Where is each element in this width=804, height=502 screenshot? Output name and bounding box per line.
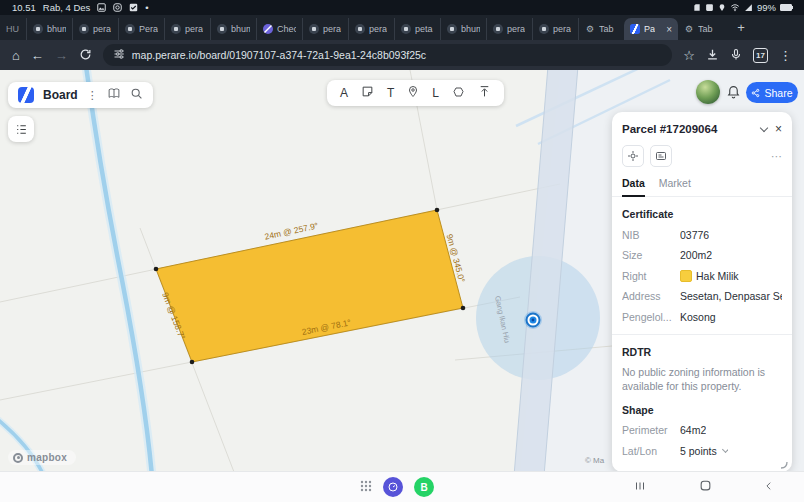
shape-tool-icon[interactable]: [452, 84, 465, 102]
upload-tool-icon[interactable]: [478, 84, 491, 102]
browser-tab[interactable]: bhum: [210, 18, 256, 40]
browser-tab[interactable]: HU: [0, 18, 26, 40]
draw-toolbar: A T L: [327, 80, 504, 106]
browser-tab[interactable]: pera: [532, 18, 578, 40]
clock-app-icon[interactable]: [383, 477, 403, 497]
bookmark-star-icon[interactable]: ☆: [683, 49, 695, 62]
panel-close-icon[interactable]: ×: [775, 122, 782, 136]
map-canvas[interactable]: Gang Ikan Hiu 24m @ 257.9° 9m @ 345.0° 2…: [0, 70, 804, 472]
tab-title: Chec: [277, 24, 296, 34]
wifi-status-icon: [730, 3, 740, 12]
browser-tab[interactable]: Chec: [256, 18, 302, 40]
browser-tab[interactable]: pera: [348, 18, 394, 40]
tab-title: Tab: [599, 24, 614, 34]
site-favicon: [171, 24, 181, 34]
field-row: Right Hak Milik: [622, 270, 782, 282]
list-icon: [15, 123, 28, 136]
browser-tab[interactable]: peta: [394, 18, 440, 40]
collapse-chevron-icon[interactable]: [760, 123, 768, 131]
tune-icon[interactable]: [113, 48, 125, 62]
url-field[interactable]: map.perare.io/board/01907107-a374-72a1-9…: [103, 44, 672, 66]
tab-title: peta: [415, 24, 433, 34]
field-label: Perimeter: [622, 424, 680, 436]
line-tool[interactable]: L: [432, 86, 439, 100]
note-tool-icon[interactable]: [361, 84, 374, 102]
tab-title: pera: [553, 24, 571, 34]
mapbox-wordmark: mapbox: [27, 452, 67, 463]
back-button-android[interactable]: [764, 478, 774, 496]
new-tab-button[interactable]: +: [724, 15, 758, 40]
battery-icon: [780, 4, 792, 11]
panel-tabs: Data Market: [612, 177, 792, 197]
field-row: Pengelol... Kosong: [622, 311, 782, 323]
browser-tab[interactable]: bhum: [26, 18, 72, 40]
field-value[interactable]: Sesetan, Denpasar Sela...: [680, 290, 782, 302]
close-tab-icon[interactable]: ×: [666, 24, 672, 35]
browser-tab[interactable]: pera: [72, 18, 118, 40]
center-map-button[interactable]: [622, 145, 644, 167]
browser-tab[interactable]: bhum: [440, 18, 486, 40]
certificate-heading: Certificate: [622, 208, 782, 220]
site-favicon: [447, 24, 457, 34]
browser-tab-active[interactable]: Pa ×: [624, 18, 678, 40]
reload-button[interactable]: [79, 48, 92, 63]
tab-title: bhum: [461, 24, 480, 34]
search-icon[interactable]: [130, 86, 143, 104]
more-notifications-dot: •: [145, 2, 148, 13]
tab-data[interactable]: Data: [622, 177, 645, 197]
details-card-button[interactable]: [650, 145, 672, 167]
browser-tab[interactable]: Pera: [118, 18, 164, 40]
notifications-bell-icon[interactable]: [726, 83, 741, 103]
address-value: Sesetan, Denpasar Sela...: [680, 290, 782, 302]
field-label: NIB: [622, 229, 680, 241]
tab-market[interactable]: Market: [659, 177, 691, 196]
home-button-android[interactable]: [699, 478, 712, 496]
tab-title: pera: [185, 24, 203, 34]
app-drawer-icon[interactable]: [360, 478, 372, 496]
recent-apps-button[interactable]: [633, 478, 647, 496]
url-text: map.perare.io/board/01907107-a374-72a1-9…: [132, 49, 426, 61]
browser-tab[interactable]: pera: [302, 18, 348, 40]
browser-tab[interactable]: ⚙ Tab: [678, 18, 724, 40]
browser-tab[interactable]: ⚙ Tab: [578, 18, 624, 40]
tab-title: pera: [93, 24, 111, 34]
basemap-book-icon[interactable]: [107, 86, 121, 104]
gear-favicon: ⚙: [684, 24, 694, 34]
share-button[interactable]: Share: [746, 82, 798, 103]
tab-title: pera: [323, 24, 341, 34]
site-favicon: [493, 24, 503, 34]
back-button[interactable]: ←: [31, 49, 44, 62]
home-button[interactable]: ⌂: [12, 49, 20, 62]
browser-tab[interactable]: pera: [486, 18, 532, 40]
board-menu-icon[interactable]: ⋮: [87, 89, 98, 102]
legend-button[interactable]: [8, 116, 34, 142]
panel-resize-handle[interactable]: [780, 461, 788, 469]
share-icon: [751, 88, 760, 98]
field-row: Address Sesetan, Denpasar Sela...: [622, 290, 782, 302]
checkbox-notification-icon: [129, 3, 138, 12]
panel-title: Parcel #17209064: [622, 123, 753, 135]
site-favicon: [79, 24, 89, 34]
field-value[interactable]: 5 points: [680, 445, 728, 457]
pin-tool-icon[interactable]: [407, 84, 419, 102]
microphone-icon[interactable]: [730, 48, 742, 63]
panel-more-icon[interactable]: ⋯: [771, 150, 782, 163]
select-tool[interactable]: A: [340, 86, 348, 100]
board-title[interactable]: Board: [43, 88, 78, 102]
image-notification-icon: [97, 3, 106, 12]
browser-menu-icon[interactable]: ⋮: [779, 49, 792, 62]
field-value: 64m2: [680, 424, 706, 436]
field-row: Lat/Lon 5 points: [622, 445, 782, 457]
download-icon[interactable]: [706, 48, 719, 63]
perare-logo-favicon: [630, 24, 640, 34]
text-tool[interactable]: T: [387, 86, 394, 100]
browser-tab[interactable]: pera: [164, 18, 210, 40]
forward-button[interactable]: →: [55, 49, 68, 62]
user-avatar[interactable]: [696, 80, 720, 104]
rdtr-heading: RDTR: [622, 346, 782, 358]
sim-status-icon: [693, 3, 701, 12]
whatsapp-business-app-icon[interactable]: B: [414, 477, 434, 497]
tab-title: Tab: [698, 24, 713, 34]
tab-switcher-button[interactable]: 17: [753, 48, 768, 63]
field-row: NIB 03776: [622, 229, 782, 241]
